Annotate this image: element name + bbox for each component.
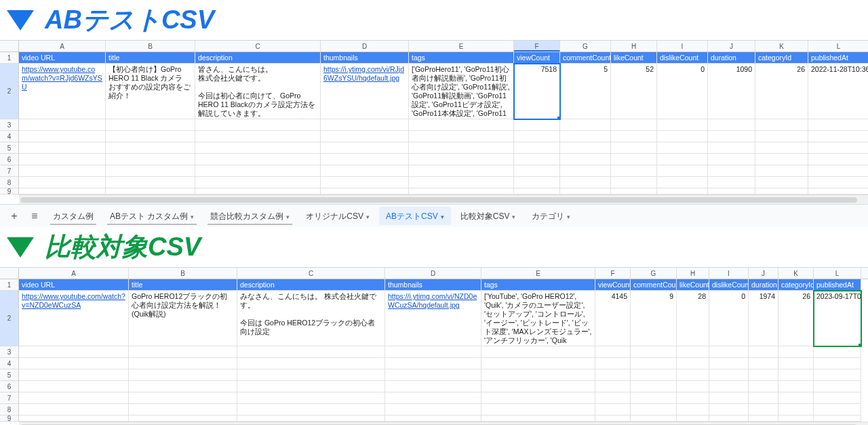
cell[interactable]: みなさん、こんにちは。 株式会社火鍵です。 今回は GoPro HERO12ブラ… [237,291,385,346]
cell[interactable]: 皆さん、こんにちは。 株式会社火鍵です。 今回は初心者に向けて、GoPro HE… [195,64,321,119]
column-header[interactable]: C [237,268,385,279]
cell[interactable] [677,381,709,392]
cell[interactable] [708,142,755,154]
cell[interactable] [778,346,814,358]
cell[interactable]: 2022-11-28T10:36:26Z [808,64,868,119]
cell[interactable] [778,404,814,416]
cell[interactable] [631,381,677,392]
row-number[interactable]: 8 [0,177,19,188]
cell[interactable]: 52 [611,64,657,119]
cell[interactable] [19,346,129,358]
cell[interactable] [611,177,657,188]
cell[interactable] [749,416,778,422]
cell[interactable] [237,404,385,416]
cell[interactable] [237,381,385,392]
cell[interactable] [129,369,237,381]
cell[interactable] [129,381,237,392]
cell[interactable] [808,142,868,154]
cell[interactable] [677,369,709,381]
cell[interactable]: 1974 [749,291,778,346]
cell[interactable] [677,358,709,369]
column-header[interactable]: A [19,41,106,52]
sheet-tab[interactable]: ABテストCSV▾ [379,207,451,225]
cell[interactable] [481,346,595,358]
cell[interactable] [195,188,321,195]
row-number[interactable]: 3 [0,119,19,131]
cell[interactable] [481,392,595,404]
cell[interactable] [19,369,129,381]
cell[interactable] [409,165,514,177]
cell[interactable] [814,392,861,404]
cell[interactable] [631,369,677,381]
cell[interactable] [409,119,514,131]
cell[interactable] [808,188,868,195]
cell[interactable] [657,165,708,177]
cell[interactable] [129,404,237,416]
cell[interactable] [106,177,195,188]
cell[interactable] [755,177,808,188]
thumbnail-link[interactable]: https://i.ytimg.com/vi/RJjd6WZsYSU/hqdef… [323,65,404,82]
cell[interactable] [106,165,195,177]
column-header[interactable]: G [560,41,611,52]
cell[interactable] [814,358,861,369]
cell[interactable]: GoPro HERO12ブラックの初心者向け設定方法を解説！(Quik解説) [129,291,237,346]
sheet-tab[interactable]: カスタム例 [46,207,100,225]
column-header[interactable]: D [385,268,481,279]
column-header[interactable]: L [808,41,868,52]
cell[interactable] [631,346,677,358]
chevron-down-icon[interactable]: ▾ [191,214,194,220]
chevron-down-icon[interactable]: ▾ [286,214,290,220]
row-number[interactable]: 4 [0,358,19,369]
cell[interactable] [677,404,709,416]
field-header[interactable]: description [237,279,385,291]
column-header[interactable]: C [195,41,321,52]
sheet-tab[interactable]: 比較対象CSV▾ [454,207,523,225]
cell[interactable] [709,416,749,422]
cell[interactable] [237,369,385,381]
cell[interactable] [237,416,385,422]
cell[interactable] [385,392,481,404]
row-number[interactable]: 5 [0,142,19,154]
cell[interactable] [709,358,749,369]
cell[interactable] [195,177,321,188]
cell[interactable] [195,154,321,165]
cell[interactable] [106,188,195,195]
cell[interactable] [778,358,814,369]
cell[interactable] [814,416,861,422]
sheet-tab[interactable]: カテゴリ▾ [525,207,577,225]
column-header[interactable]: I [709,268,749,279]
cell[interactable] [560,188,611,195]
cell[interactable] [321,131,409,142]
cell[interactable] [709,404,749,416]
cell[interactable] [481,404,595,416]
cell[interactable] [709,381,749,392]
row-number[interactable]: 7 [0,392,19,404]
cell[interactable] [595,404,631,416]
cell[interactable] [749,392,778,404]
chevron-down-icon[interactable]: ▾ [512,214,515,220]
cell[interactable] [481,358,595,369]
cell[interactable] [595,369,631,381]
row-number[interactable]: 9 [0,188,19,195]
cell[interactable] [755,154,808,165]
cell[interactable] [595,392,631,404]
cell[interactable] [677,392,709,404]
cell[interactable] [808,154,868,165]
cell[interactable] [611,188,657,195]
cell[interactable] [514,188,560,195]
cell[interactable] [409,131,514,142]
field-header[interactable]: description [195,52,321,64]
cell[interactable] [19,142,106,154]
cell[interactable] [19,177,106,188]
cell[interactable] [237,346,385,358]
cell[interactable]: 7518 [514,64,560,119]
cell[interactable] [129,416,237,422]
cell[interactable] [631,416,677,422]
cell[interactable] [755,188,808,195]
cell[interactable] [385,381,481,392]
row-number[interactable]: 4 [0,131,19,142]
cell[interactable] [778,392,814,404]
cell[interactable] [631,358,677,369]
cell[interactable] [409,177,514,188]
field-header[interactable]: video URL [19,279,129,291]
